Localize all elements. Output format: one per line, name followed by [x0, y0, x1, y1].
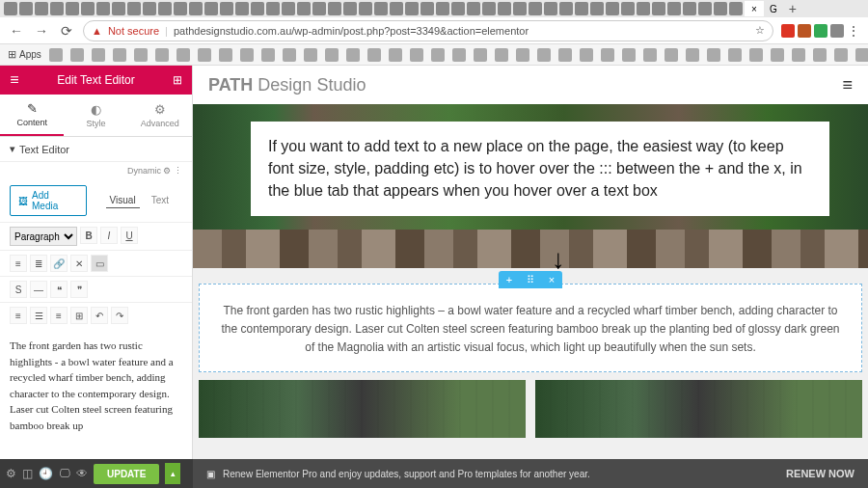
apps-button[interactable]: ⊞Apps	[8, 48, 41, 61]
gallery-image[interactable]	[199, 380, 526, 438]
preview-icon[interactable]: 👁	[76, 467, 88, 480]
bookmark-icon[interactable]	[134, 48, 148, 62]
browser-tab[interactable]	[729, 2, 743, 15]
bookmark-icon[interactable]	[728, 48, 742, 62]
align-right-button[interactable]: ≡	[50, 307, 68, 324]
browser-tab[interactable]	[559, 2, 573, 15]
pinterest-icon[interactable]	[781, 24, 795, 38]
advanced-tab[interactable]: ⚙Advanced	[128, 95, 192, 136]
browser-tab[interactable]	[343, 2, 357, 15]
browser-tab[interactable]	[467, 2, 480, 15]
forward-button[interactable]: →	[33, 22, 50, 40]
renew-now-button[interactable]: RENEW NOW	[786, 468, 854, 479]
bookmark-icon[interactable]	[707, 48, 720, 62]
browser-tab[interactable]	[204, 2, 218, 15]
browser-tab[interactable]	[312, 2, 326, 15]
dynamic-label[interactable]: Dynamic ⚙ ⋮	[0, 162, 192, 179]
content-tab[interactable]: ✎Content	[0, 95, 64, 136]
bookmark-icon[interactable]	[771, 48, 784, 62]
site-logo[interactable]: PATH Design Studio	[208, 75, 366, 95]
undo-button[interactable]: ↶	[91, 307, 108, 324]
unlink-button[interactable]: ✕	[70, 255, 88, 272]
active-tab-close[interactable]: ×	[745, 1, 764, 16]
hamburger-icon[interactable]: ≡	[842, 75, 853, 95]
underline-button[interactable]: U	[121, 227, 138, 244]
add-media-button[interactable]: 🖼Add Media	[10, 185, 87, 216]
browser-tab[interactable]	[683, 2, 696, 15]
browser-tab[interactable]	[220, 2, 233, 15]
bookmark-icon[interactable]	[686, 48, 699, 62]
back-button[interactable]: ←	[8, 22, 25, 40]
browser-tab[interactable]	[667, 2, 681, 15]
browser-tab[interactable]	[714, 2, 727, 15]
quote-button[interactable]: ❝	[50, 281, 68, 298]
bookmark-icon[interactable]	[261, 48, 275, 62]
history-icon[interactable]: 🕘	[39, 467, 53, 480]
url-bar[interactable]: ▲ Not secure | pathdesignstudio.com.au/w…	[83, 20, 773, 41]
browser-tab[interactable]	[282, 2, 295, 15]
widgets-grid-button[interactable]: ⊞	[163, 73, 192, 87]
text-editor-section[interactable]: ▾Text Editor	[0, 137, 192, 162]
menu-icon[interactable]: ⋮	[847, 23, 860, 39]
browser-tab[interactable]	[251, 2, 264, 15]
ul-button[interactable]: ≡	[10, 255, 27, 272]
settings-icon[interactable]: ⚙	[6, 467, 16, 480]
browser-tab[interactable]	[127, 2, 141, 15]
bookmark-icon[interactable]	[792, 48, 805, 62]
browser-tab[interactable]	[436, 2, 449, 15]
bookmark-icon[interactable]	[855, 48, 868, 62]
browser-tab[interactable]	[297, 2, 311, 15]
bookmark-icon[interactable]	[240, 48, 254, 62]
bookmark-icon[interactable]	[749, 48, 763, 62]
bookmark-icon[interactable]	[813, 48, 827, 62]
browser-tab[interactable]	[174, 2, 187, 15]
browser-tab[interactable]	[420, 2, 434, 15]
browser-tab[interactable]	[652, 2, 665, 15]
browser-tab[interactable]	[621, 2, 635, 15]
bookmark-icon[interactable]	[601, 48, 614, 62]
bookmark-icon[interactable]	[834, 48, 848, 62]
ext-icon[interactable]	[814, 24, 827, 38]
bookmark-icon[interactable]	[474, 48, 487, 62]
bookmark-icon[interactable]	[304, 48, 317, 62]
browser-tab[interactable]	[143, 2, 156, 15]
update-options-button[interactable]: ▴	[165, 463, 180, 484]
bookmark-icon[interactable]	[516, 48, 529, 62]
color-button[interactable]: ▭	[91, 255, 108, 272]
bookmark-icon[interactable]	[622, 48, 636, 62]
quote2-button[interactable]: ❞	[70, 281, 88, 298]
reload-button[interactable]: ⟳	[58, 22, 75, 40]
browser-tab[interactable]	[405, 2, 419, 15]
bookmark-icon[interactable]	[410, 48, 423, 62]
style-tab[interactable]: ◐Style	[64, 95, 127, 136]
bookmark-icon[interactable]	[113, 48, 126, 62]
browser-tab[interactable]	[390, 2, 403, 15]
bookmark-icon[interactable]	[367, 48, 381, 62]
browser-tab[interactable]	[112, 2, 125, 15]
bookmark-icon[interactable]	[219, 48, 232, 62]
browser-tab[interactable]	[637, 2, 650, 15]
bookmark-icon[interactable]	[198, 48, 211, 62]
link-button[interactable]: 🔗	[50, 255, 68, 272]
editor-content[interactable]: The front garden has two rustic highligh…	[0, 328, 192, 443]
ext-icon[interactable]	[830, 24, 844, 38]
ol-button[interactable]: ≣	[30, 255, 47, 272]
align-center-button[interactable]: ☰	[30, 307, 47, 324]
bookmark-icon[interactable]	[665, 48, 678, 62]
browser-tab[interactable]	[158, 2, 172, 15]
sidebar-menu-button[interactable]: ≡	[0, 71, 29, 89]
browser-tab[interactable]	[19, 2, 33, 15]
bookmark-icon[interactable]	[49, 48, 63, 62]
browser-tab[interactable]	[66, 2, 79, 15]
selected-section[interactable]: + ⠿ × The front garden has two rustic hi…	[199, 284, 862, 372]
bookmark-icon[interactable]	[155, 48, 169, 62]
drag-handle-icon[interactable]: ⠿	[520, 274, 541, 286]
bookmark-icon[interactable]	[70, 48, 84, 62]
bookmark-icon[interactable]	[452, 48, 466, 62]
bookmark-icon[interactable]	[537, 48, 551, 62]
more-button[interactable]: ⊞	[70, 307, 88, 324]
browser-tab[interactable]	[35, 2, 48, 15]
bookmark-icon[interactable]	[92, 48, 105, 62]
ext-icon[interactable]	[798, 24, 811, 38]
visual-tab[interactable]: Visual	[106, 193, 140, 208]
